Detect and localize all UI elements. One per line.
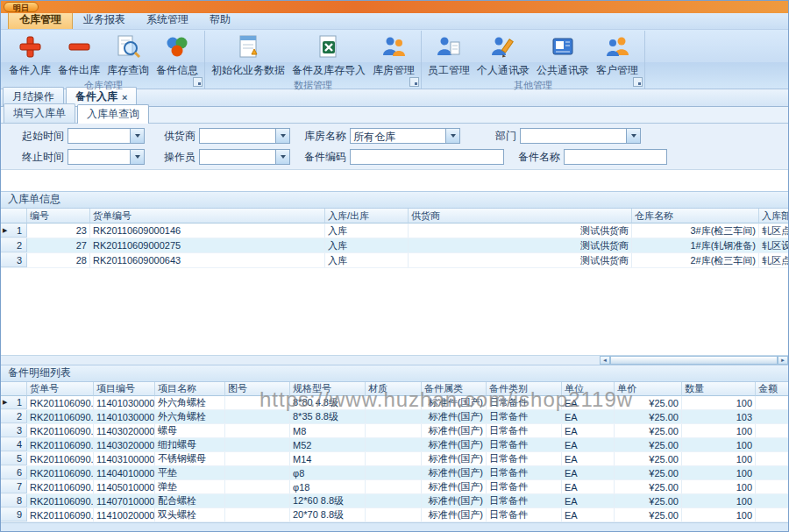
row-header[interactable]: 1 (1, 223, 27, 238)
cell-doc-code[interactable]: RK20110609000643 (90, 253, 325, 267)
cell-drawing[interactable] (225, 480, 290, 493)
cell-quantity[interactable]: 100 (682, 480, 756, 493)
cell-class[interactable]: 标准件(国产) (422, 452, 487, 465)
public-contacts-button[interactable]: 公共通讯录 (533, 32, 593, 79)
scrollbar-thumb[interactable] (610, 356, 778, 365)
cell-category[interactable]: 日常备件 (487, 494, 562, 507)
part-code-input[interactable] (350, 149, 504, 165)
cell-drawing[interactable] (225, 396, 290, 409)
cell-material[interactable] (366, 480, 422, 493)
warehouse-combo[interactable]: 所有仓库 (350, 128, 460, 144)
part-outbound-button[interactable]: 备件出库 (54, 32, 103, 79)
cell-doc-no[interactable]: RK201106090... (27, 480, 94, 493)
chevron-down-icon[interactable] (275, 129, 289, 143)
cell-class[interactable]: 标准件(国产) (422, 466, 487, 479)
cell-order-no[interactable]: 27 (27, 238, 90, 252)
cell-department[interactable]: 轧区点检 (759, 253, 788, 267)
start-time-combo[interactable] (68, 128, 145, 144)
cell-spec[interactable]: M14 (290, 452, 366, 465)
operator-combo[interactable] (199, 149, 290, 165)
column-header-warehouse[interactable]: 仓库名称 (632, 209, 759, 223)
table-row[interactable]: 2 27 RK20110609000275 入库 测试供货商 1#库(轧钢准备)… (1, 238, 788, 253)
cell-unit[interactable]: EA (562, 438, 615, 451)
dialog-launcher-icon[interactable] (409, 77, 419, 87)
supplier-combo[interactable] (199, 128, 290, 144)
cell-io-type[interactable]: 入库 (325, 238, 409, 252)
cell-warehouse[interactable]: 3#库(检三车间) (632, 223, 759, 238)
cell-doc-no[interactable]: RK201106090... (27, 466, 94, 479)
cell-unit[interactable]: EA (562, 424, 615, 437)
cell-price[interactable]: ¥25.00 (615, 494, 682, 507)
cell-unit[interactable]: EA (562, 452, 615, 465)
column-header-item-no[interactable]: 项目编号 (94, 382, 155, 396)
table-row[interactable]: 1 23 RK20110609000146 入库 测试供货商 3#库(检三车间)… (1, 223, 788, 238)
cell-doc-no[interactable]: RK201106090... (27, 424, 94, 437)
cell-supplier[interactable]: 测试供货商 (409, 238, 632, 252)
column-header-amount[interactable]: 金额 (756, 382, 788, 396)
cell-item-name[interactable]: 外六角螺栓 (155, 396, 225, 409)
cell-quantity[interactable]: 100 (682, 424, 756, 437)
cell-price[interactable]: ¥25.00 (615, 466, 682, 479)
cell-item-name[interactable]: 螺母 (155, 424, 225, 437)
cell-category[interactable]: 日常备件 (487, 410, 562, 423)
cell-unit[interactable]: EA (562, 410, 615, 423)
cell-quantity[interactable]: 100 (682, 466, 756, 479)
cell-unit[interactable]: EA (562, 480, 615, 493)
chevron-down-icon[interactable] (130, 150, 144, 164)
horizontal-scrollbar[interactable]: ◄ ► (1, 355, 788, 365)
scroll-left-icon[interactable]: ◄ (600, 356, 610, 365)
cell-spec[interactable]: M8 (290, 424, 366, 437)
column-header-item-name[interactable]: 项目名称 (155, 382, 225, 396)
cell-unit[interactable]: EA (562, 396, 615, 409)
column-header-price[interactable]: 单价 (615, 382, 682, 396)
cell-unit[interactable]: EA (562, 494, 615, 507)
cell-price[interactable]: ¥25.00 (615, 396, 682, 409)
cell-department[interactable]: 轧区点检 (759, 223, 788, 238)
cell-material[interactable] (366, 494, 422, 507)
table-row[interactable]: 7 RK201106090... 1140501000009 弹垫 φ18 标准… (1, 480, 788, 494)
department-combo[interactable] (520, 128, 641, 144)
column-header-spec[interactable]: 规格型号 (290, 382, 366, 396)
cell-supplier[interactable]: 测试供货商 (409, 253, 632, 267)
cell-doc-no[interactable]: RK201106090... (27, 452, 94, 465)
cell-item-no[interactable]: 1140302000002 (94, 424, 155, 437)
cell-spec[interactable]: φ8 (290, 466, 366, 479)
cell-unit[interactable]: EA (562, 466, 615, 479)
table-row[interactable]: 9 RK201106090... 1141002000047 双头螺栓 20*7… (1, 508, 788, 522)
cell-category[interactable]: 日常备件 (487, 466, 562, 479)
cell-item-no[interactable]: 1140501000009 (94, 480, 155, 493)
cell-amount[interactable] (756, 452, 788, 465)
employee-manage-button[interactable]: 员工管理 (424, 32, 473, 79)
cell-class[interactable]: 标准件(国产) (422, 438, 487, 451)
column-header-unit[interactable]: 单位 (562, 382, 615, 396)
column-header-doc-no[interactable]: 货单号 (27, 382, 94, 396)
row-header[interactable]: 4 (1, 438, 27, 451)
end-time-combo[interactable] (68, 149, 145, 165)
cell-item-no[interactable]: 1141002000047 (94, 508, 155, 521)
chevron-down-icon[interactable] (130, 129, 144, 143)
cell-spec[interactable]: 8*35 8.8级 (290, 410, 366, 423)
cell-price[interactable]: ¥25.00 (615, 480, 682, 493)
table-row[interactable]: 8 RK201106090... 1140701000049 配合螺栓 12*6… (1, 494, 788, 508)
table-row[interactable]: 1 RK201106090... 1140103000017 外六角螺栓 8*8… (1, 396, 788, 410)
cell-doc-code[interactable]: RK20110609000275 (90, 238, 325, 252)
cell-category[interactable]: 日常备件 (487, 452, 562, 465)
personal-contacts-button[interactable]: 个人通讯录 (473, 32, 533, 79)
cell-item-no[interactable]: 1140701000049 (94, 494, 155, 507)
cell-doc-no[interactable]: RK201106090... (27, 494, 94, 507)
table-row[interactable]: 6 RK201106090... 1140401000006 平垫 φ8 标准件… (1, 466, 788, 480)
scroll-right-icon[interactable]: ► (778, 356, 788, 365)
cell-amount[interactable] (756, 508, 788, 521)
cell-item-no[interactable]: 1140103000017 (94, 396, 155, 409)
row-header[interactable]: 1 (1, 396, 27, 409)
column-header-doc-code[interactable]: 货单编号 (90, 209, 325, 223)
cell-spec[interactable]: 8*80 4.8级 (290, 396, 366, 409)
cell-doc-no[interactable]: RK201106090... (27, 410, 94, 423)
table-row[interactable]: 3 RK201106090... 1140302000002 螺母 M8 标准件… (1, 424, 788, 438)
column-header-io-type[interactable]: 入库/出库 (325, 209, 409, 223)
row-header[interactable]: 9 (1, 508, 27, 521)
chevron-down-icon[interactable] (626, 129, 640, 143)
cell-item-name[interactable]: 外六角螺栓 (155, 410, 225, 423)
cell-item-name[interactable]: 双头螺栓 (155, 508, 225, 521)
row-header[interactable]: 2 (1, 410, 27, 423)
